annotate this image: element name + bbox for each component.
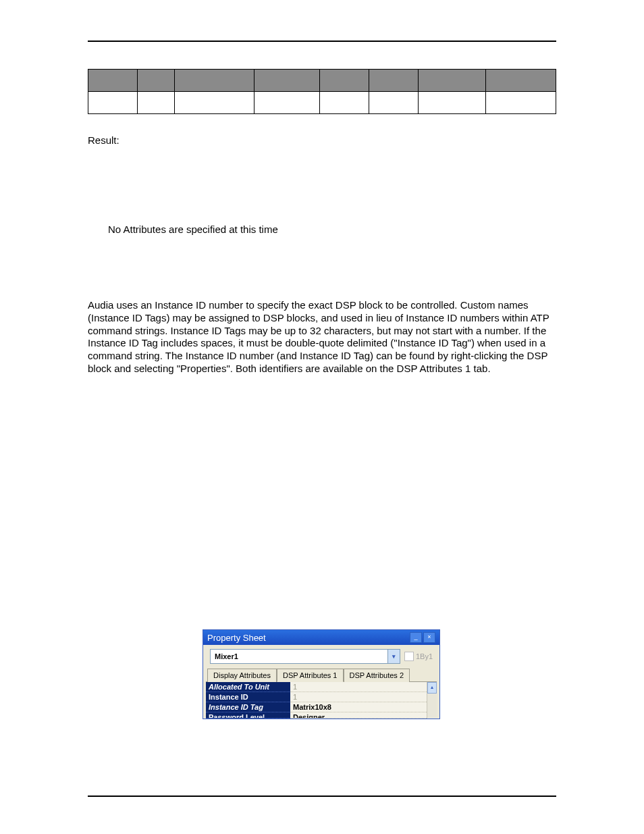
scroll-up-icon[interactable]: ▴ [427,682,437,694]
attributes-table [88,69,556,114]
result-label: Result: [88,134,556,146]
window-title-text: Property Sheet [207,633,266,643]
one-by-one-option[interactable]: 1By1 [404,652,433,661]
window-title-bar[interactable]: Property Sheet _ × [203,630,439,645]
instance-id-body: Audia uses an Instance ID number to spec… [88,299,556,375]
tab-strip: Display Attributes DSP Attributes 1 DSP … [203,667,439,681]
table-data-row [88,92,556,114]
row-instance-id-value: 1 [290,692,427,702]
row-instance-tag-label: Instance ID Tag [206,702,290,712]
block-selector-dropdown[interactable]: Mixer1 ▾ [210,649,400,664]
dropdown-value: Mixer1 [215,652,238,660]
th-4 [254,70,319,92]
row-allocated-value: 1 [290,682,427,692]
th-5 [320,70,369,92]
th-8 [485,70,556,92]
properties-grid: Allocated To Unit 1 ▴ Instance ID 1 Inst… [206,682,437,719]
th-7 [418,70,485,92]
td-1 [88,92,138,114]
th-2 [137,70,174,92]
th-6 [369,70,418,92]
td-5 [320,92,369,114]
td-3 [175,92,254,114]
row-password-label: Password Level [206,712,290,719]
document-page: Result: No Attributes are specified at t… [0,0,644,834]
scrollbar[interactable]: ▴ [427,682,437,719]
checkbox-label: 1By1 [416,652,433,660]
td-2 [137,92,174,114]
top-rule [88,41,556,42]
instance-id-heading: Instance ID [88,282,556,294]
close-button[interactable]: × [423,632,435,643]
th-1 [88,70,138,92]
minimize-button[interactable]: _ [410,632,422,643]
bottom-rule [88,796,556,797]
propsheet-toolbar: Mixer1 ▾ 1By1 [203,645,439,667]
checkbox-icon[interactable] [404,652,414,661]
properties-panel: Allocated To Unit 1 ▴ Instance ID 1 Inst… [206,681,437,719]
td-6 [369,92,418,114]
property-sheet-window: Property Sheet _ × Mixer1 ▾ 1By1 Display… [203,629,440,719]
row-allocated-label: Allocated To Unit [206,682,290,692]
window-buttons: _ × [410,632,435,643]
td-8 [485,92,556,114]
tab-dsp-attributes-2[interactable]: DSP Attributes 2 [344,669,410,682]
td-4 [254,92,319,114]
row-instance-id-label: Instance ID [206,692,290,702]
td-7 [418,92,485,114]
tab-display-attributes[interactable]: Display Attributes [207,669,277,682]
chevron-down-icon[interactable]: ▾ [387,650,400,663]
no-attributes-note: No Attributes are specified at this time [108,224,556,235]
row-password-value: Designer [290,712,427,719]
table-header-row [88,70,556,92]
row-instance-tag-value[interactable]: Matrix10x8 [290,702,427,712]
tab-dsp-attributes-1[interactable]: DSP Attributes 1 [277,669,344,682]
th-3 [175,70,254,92]
